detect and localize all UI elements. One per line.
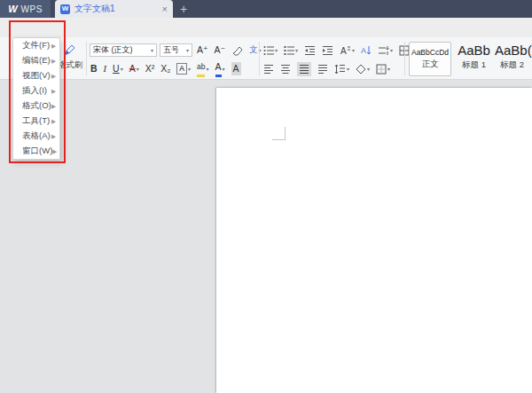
- new-tab-button[interactable]: +: [180, 1, 187, 17]
- menu-bar: 文件 ▾ ▾ 开始 插入 页面布局 引用 审阅 视: [0, 18, 532, 37]
- strikethrough-button[interactable]: A ▾: [129, 62, 139, 75]
- font-size-select[interactable]: 五号 ▾: [160, 43, 192, 57]
- chevron-down-icon: ▾: [352, 47, 355, 53]
- wps-logo-icon: W: [8, 4, 17, 14]
- style-heading-2[interactable]: AaBb(A 标题 2: [495, 42, 532, 76]
- document-area: [0, 80, 532, 393]
- font-name-select[interactable]: 宋体 (正文) ▾: [90, 43, 157, 57]
- menu-item-label: 视图(V): [22, 70, 51, 82]
- menu-item-insert[interactable]: 插入(I) ▶: [13, 83, 59, 98]
- chevron-down-icon: ▾: [387, 66, 390, 72]
- distribute-icon[interactable]: [317, 64, 328, 75]
- ribbon-toolbar: 格式刷 宋体 (正文) ▾ 五号 ▾ A⁺ A⁻ 文 ▾ B: [0, 37, 532, 80]
- menu-item-label: 表格(A): [22, 130, 51, 142]
- bullet-list-button[interactable]: ▾: [263, 45, 278, 56]
- wps-app-name: WPS: [21, 4, 43, 14]
- bullet-list-icon: [263, 45, 274, 56]
- submenu-arrow-icon: ▶: [51, 88, 56, 95]
- increase-indent-icon[interactable]: [322, 45, 333, 56]
- shading-button[interactable]: ▾: [356, 64, 370, 75]
- file-dropdown-menu: 文件(F) ▶ 编辑(E) ▶ 视图(V) ▶ 插入(I) ▶ 格式(O) ▶ …: [12, 37, 60, 160]
- align-center-icon[interactable]: [280, 64, 291, 75]
- asian-layout-button[interactable]: ▾: [378, 45, 393, 56]
- title-bar: W WPS W 文字文稿1 × +: [0, 0, 532, 18]
- style-normal[interactable]: AaBbCcDd 正文: [409, 42, 451, 76]
- submenu-arrow-icon: ▶: [52, 148, 57, 155]
- borders-icon: [376, 64, 387, 75]
- group-separator: [404, 42, 405, 75]
- submenu-arrow-icon: ▶: [51, 103, 56, 110]
- align-left-icon[interactable]: [263, 64, 274, 75]
- sort-button[interactable]: A: [361, 45, 372, 56]
- character-shading-button[interactable]: A: [231, 62, 241, 75]
- menu-item-format[interactable]: 格式(O) ▶: [13, 98, 59, 114]
- asian-layout-icon: [378, 45, 389, 56]
- superscript-button[interactable]: X²: [145, 62, 155, 75]
- numbered-list-icon: [284, 45, 294, 56]
- sort-icon: A: [361, 45, 372, 56]
- chevron-down-icon: ▾: [137, 66, 139, 72]
- chevron-down-icon: ▾: [121, 66, 123, 72]
- numbered-list-button[interactable]: ▾: [284, 45, 298, 56]
- character-border-button[interactable]: A ▾: [176, 63, 191, 75]
- submenu-arrow-icon: ▶: [51, 73, 56, 80]
- italic-button[interactable]: I: [104, 62, 107, 75]
- svg-text:A: A: [340, 46, 347, 56]
- style-preview: AaBb: [455, 43, 493, 58]
- document-tab[interactable]: W 文字文稿1 ×: [55, 0, 173, 18]
- text-direction-button[interactable]: A ▾: [340, 45, 355, 56]
- style-preview: AaBb(A: [495, 43, 532, 58]
- text-highlight-button[interactable]: ab ▾: [197, 60, 208, 77]
- menu-item-table[interactable]: 表格(A) ▶: [13, 129, 59, 144]
- chevron-down-icon: ▾: [367, 66, 370, 72]
- menu-item-tools[interactable]: 工具(T) ▶: [13, 114, 59, 129]
- font-color-button[interactable]: A ▾: [215, 60, 225, 77]
- menu-item-file[interactable]: 文件(F) ▶: [13, 38, 59, 53]
- document-tab-title: 文字文稿1: [74, 3, 158, 15]
- decrease-indent-icon[interactable]: [304, 45, 316, 56]
- submenu-arrow-icon: ▶: [51, 58, 56, 65]
- style-label: 正文: [410, 59, 450, 70]
- format-painter-icon[interactable]: [62, 44, 75, 58]
- menu-item-view[interactable]: 视图(V) ▶: [13, 68, 59, 83]
- align-justify-button[interactable]: [297, 62, 311, 76]
- style-label: 标题 1: [455, 59, 493, 71]
- strikethrough-label: A: [129, 62, 136, 75]
- align-justify-icon: [299, 64, 309, 75]
- menu-item-label: 窗口(W): [22, 145, 52, 157]
- clear-format-button[interactable]: [231, 44, 243, 56]
- grow-font-button[interactable]: A⁺: [197, 43, 208, 57]
- chevron-down-icon: ▾: [390, 47, 393, 53]
- shading-bucket-icon: [356, 64, 366, 75]
- line-spacing-icon: [334, 64, 346, 75]
- style-heading-1[interactable]: AaBb 标题 1: [455, 42, 493, 76]
- menu-item-edit[interactable]: 编辑(E) ▶: [13, 53, 59, 68]
- document-page[interactable]: [216, 88, 532, 393]
- group-separator: [259, 42, 260, 75]
- svg-text:A: A: [361, 46, 366, 55]
- close-tab-icon[interactable]: ×: [162, 4, 168, 14]
- shrink-font-button[interactable]: A⁻: [215, 43, 226, 57]
- chevron-down-icon: ▾: [347, 66, 349, 72]
- style-preview: AaBbCcDd: [410, 48, 450, 57]
- pinyin-icon: 文: [249, 44, 258, 56]
- wps-home-tab[interactable]: W WPS: [0, 0, 51, 18]
- highlight-pen-icon: ab: [197, 60, 205, 77]
- line-spacing-button[interactable]: ▾: [334, 64, 349, 75]
- menu-item-window[interactable]: 窗口(W) ▶: [13, 144, 59, 159]
- bold-button[interactable]: B: [90, 62, 98, 75]
- underline-button[interactable]: U ▾: [113, 62, 123, 75]
- chevron-down-icon: ▾: [188, 66, 191, 72]
- eraser-icon: [231, 44, 243, 56]
- underline-label: U: [113, 62, 120, 75]
- document-icon: W: [60, 4, 70, 14]
- borders-button[interactable]: ▾: [376, 64, 390, 75]
- style-label: 标题 2: [495, 59, 532, 71]
- text-direction-icon: A: [340, 45, 351, 56]
- margin-corner-mark: [272, 127, 286, 140]
- subscript-button[interactable]: X₂: [160, 62, 170, 75]
- font-size-value: 五号: [163, 44, 184, 56]
- submenu-arrow-icon: ▶: [51, 133, 56, 140]
- chevron-down-icon: ▾: [275, 47, 278, 53]
- group-separator: [86, 42, 87, 75]
